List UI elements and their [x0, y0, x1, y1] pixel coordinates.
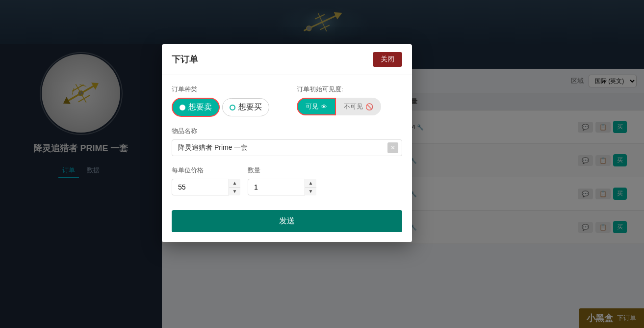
item-name-input[interactable] [172, 139, 402, 156]
radio-group-order-type: 想要卖 想要买 [172, 98, 277, 117]
submit-order-btn[interactable]: 发送 [172, 210, 402, 232]
qty-spinners: ▲ ▼ [305, 179, 316, 195]
eye-slash-icon: 🚫 [365, 103, 373, 110]
form-group-order-type: 订单种类 想要卖 想要买 [172, 85, 277, 117]
price-up-btn[interactable]: ▲ [229, 179, 240, 188]
order-type-label: 订单种类 [172, 85, 277, 94]
modal-title: 下订单 [172, 54, 198, 65]
qty-input-wrapper: ▲ ▼ [248, 179, 316, 195]
invisible-label: 不可见 [344, 102, 363, 111]
price-spinners: ▲ ▼ [229, 179, 240, 195]
form-group-visibility: 订单初始可见度: 可见 👁 不可见 🚫 [297, 85, 402, 117]
visibility-label: 订单初始可见度: [297, 85, 402, 94]
item-name-input-wrapper: ✕ [172, 139, 402, 156]
want-sell-option[interactable]: 想要卖 [172, 98, 220, 117]
visible-btn[interactable]: 可见 👁 [297, 98, 336, 115]
price-qty-group: 每单位价格 ▲ ▼ 数量 ▲ ▼ [172, 166, 402, 195]
modal-body: 订单种类 想要卖 想要买 订单初始可见度: 可见 [162, 75, 412, 242]
form-group-item-name: 物品名称 ✕ [172, 127, 402, 156]
modal-header: 下订单 关闭 [162, 44, 412, 75]
want-buy-option[interactable]: 想要买 [222, 98, 269, 116]
visibility-group: 可见 👁 不可见 🚫 [297, 98, 402, 115]
eye-icon: 👁 [321, 103, 327, 110]
radio-dot-buy [230, 105, 235, 110]
want-buy-label: 想要买 [238, 102, 262, 112]
price-down-btn[interactable]: ▼ [229, 188, 240, 196]
want-sell-label: 想要卖 [188, 102, 212, 112]
form-group-price: 每单位价格 ▲ ▼ [172, 166, 240, 195]
form-row-type-visibility: 订单种类 想要卖 想要买 订单初始可见度: 可见 [172, 85, 402, 117]
invisible-btn[interactable]: 不可见 🚫 [336, 98, 381, 115]
price-label: 每单位价格 [172, 166, 240, 175]
visible-label: 可见 [306, 102, 318, 111]
price-input-wrapper: ▲ ▼ [172, 179, 240, 195]
item-name-label: 物品名称 [172, 127, 402, 136]
qty-down-btn[interactable]: ▼ [305, 188, 316, 196]
modal-close-button[interactable]: 关闭 [373, 52, 402, 67]
form-group-qty: 数量 ▲ ▼ [248, 166, 316, 195]
clear-item-name-btn[interactable]: ✕ [387, 142, 398, 153]
qty-up-btn[interactable]: ▲ [305, 179, 316, 188]
radio-dot-sell [180, 105, 185, 110]
qty-label: 数量 [248, 166, 316, 175]
order-modal: 下订单 关闭 订单种类 想要卖 想要买 订单 [162, 44, 412, 242]
